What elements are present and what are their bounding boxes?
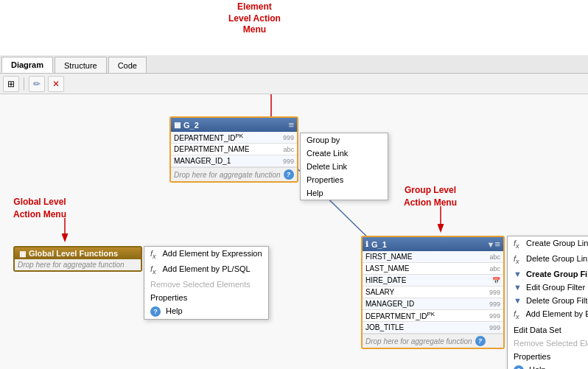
- g1-title: G_1: [368, 240, 487, 249]
- global-menu-remove: Remove Selected Elements: [144, 278, 268, 291]
- toolbar-edit-btn[interactable]: ✏: [29, 76, 45, 92]
- g1-block: ℹ G_1 ▼ ≡ FIRST_NAME abc LAST_NAME abc H…: [361, 236, 505, 349]
- group-menu-properties[interactable]: Properties: [508, 350, 588, 363]
- g1-field-2: LAST_NAME abc: [363, 263, 503, 275]
- g2-field-1: DEPARTMENT_IDPK 999: [171, 132, 297, 144]
- group-menu-delete-link[interactable]: fx Delete Group Link: [508, 252, 588, 267]
- menu-help[interactable]: Help: [301, 186, 388, 200]
- filter-icon-2: ▼: [514, 283, 524, 292]
- toolbar: ⊞ ✏ ✕: [0, 74, 588, 94]
- canvas: Global LevelAction Menu Group LevelActio…: [0, 94, 588, 369]
- tab-code[interactable]: Code: [108, 57, 147, 73]
- g2-drop-area[interactable]: Drop here for aggregate function ?: [171, 167, 297, 181]
- g1-field-1: FIRST_NAME abc: [363, 251, 503, 263]
- global-header: ▦ Global Level Functions: [15, 247, 141, 259]
- group-menu-edit-dataset[interactable]: Edit Data Set: [508, 323, 588, 337]
- g1-drop-area[interactable]: Drop here for aggregate function ?: [363, 334, 503, 348]
- toolbar-delete-btn[interactable]: ✕: [48, 76, 64, 92]
- element-level-menu: Group by Create Link Delete Link Propert…: [300, 133, 388, 200]
- g1-filter-icon: ▼: [487, 240, 495, 249]
- group-menu-add-expr[interactable]: fx Add Element by Expression: [508, 307, 588, 323]
- toolbar-sep-1: [24, 77, 24, 91]
- filter-icon-1: ▼: [514, 270, 524, 278]
- annotation-element-level: ElementLevel ActionMenu: [228, 1, 281, 36]
- menu-group-by[interactable]: Group by: [301, 133, 388, 147]
- g2-field-2: DEPARTMENT_NAME abc: [171, 144, 297, 155]
- group-menu-create-link[interactable]: fx Create Group Link: [508, 236, 588, 252]
- g1-field-4: SALARY 999: [363, 287, 503, 298]
- global-drop-area[interactable]: Drop here for aggregate function: [15, 259, 141, 270]
- g1-field-5: MANAGER_ID 999: [363, 298, 503, 310]
- label-global-level: Global LevelAction Menu: [13, 196, 66, 221]
- group-menu-edit-filter[interactable]: ▼ Edit Group Filter: [508, 281, 588, 294]
- global-menu-add-expr[interactable]: fx Add Element by Expression: [144, 247, 268, 262]
- global-block: ▦ Global Level Functions Drop here for a…: [13, 246, 142, 272]
- fx-icon-4: fx: [514, 254, 524, 265]
- menu-create-link[interactable]: Create Link: [301, 147, 388, 160]
- fx-icon-2: fx: [150, 264, 161, 275]
- g1-menu-icon[interactable]: ≡: [494, 239, 500, 250]
- g2-block: ▦ G_2 ≡ DEPARTMENT_IDPK 999 DEPARTMENT_N…: [169, 116, 298, 183]
- group-level-menu: fx Create Group Link fx Delete Group Lin…: [507, 236, 588, 369]
- g2-icon: ▦: [174, 121, 181, 129]
- g1-field-7: JOB_TITLE 999: [363, 322, 503, 334]
- menu-delete-link[interactable]: Delete Link: [301, 160, 388, 173]
- g2-help-icon[interactable]: ?: [284, 169, 294, 180]
- g2-title: G_2: [181, 121, 288, 130]
- global-title: Global Level Functions: [29, 249, 136, 258]
- g2-header: ▦ G_2 ≡: [171, 118, 297, 132]
- group-menu-help[interactable]: ? Help: [508, 363, 588, 369]
- group-menu-remove: Remove Selected Elements: [508, 337, 588, 350]
- tab-structure[interactable]: Structure: [55, 57, 107, 73]
- global-help-icon: ?: [150, 306, 161, 317]
- g2-menu-icon[interactable]: ≡: [288, 119, 294, 130]
- menu-properties[interactable]: Properties: [301, 173, 388, 186]
- g1-header: ℹ G_1 ▼ ≡: [363, 237, 503, 251]
- fx-icon-1: fx: [150, 249, 161, 260]
- g1-help-icon[interactable]: ?: [475, 336, 486, 346]
- global-level-menu: fx Add Element by Expression fx Add Elem…: [144, 246, 269, 320]
- group-help-icon: ?: [514, 365, 524, 369]
- global-menu-add-plsql[interactable]: fx Add Element by PL/SQL: [144, 262, 268, 278]
- group-menu-create-filter[interactable]: ▼ Create Group Filter: [508, 267, 588, 281]
- fx-icon-5: fx: [514, 309, 524, 320]
- toolbar-grid-btn[interactable]: ⊞: [3, 76, 19, 92]
- g2-field-3: MANAGER_ID_1 999: [171, 155, 297, 167]
- global-menu-properties[interactable]: Properties: [144, 291, 268, 304]
- tab-bar: Diagram Structure Code: [0, 55, 588, 74]
- g1-field-6: DEPARTMENT_IDPK 999: [363, 310, 503, 322]
- fx-icon-3: fx: [514, 239, 524, 250]
- g1-field-3: HIRE_DATE 📅: [363, 275, 503, 287]
- group-menu-delete-filter[interactable]: ▼ Delete Group Filter: [508, 294, 588, 307]
- tab-diagram[interactable]: Diagram: [1, 57, 53, 73]
- filter-icon-3: ▼: [514, 296, 524, 305]
- global-menu-help[interactable]: ? Help: [144, 304, 268, 319]
- global-grid-icon: ▦: [19, 250, 26, 258]
- label-group-level: Group LevelAction Menu: [404, 184, 457, 209]
